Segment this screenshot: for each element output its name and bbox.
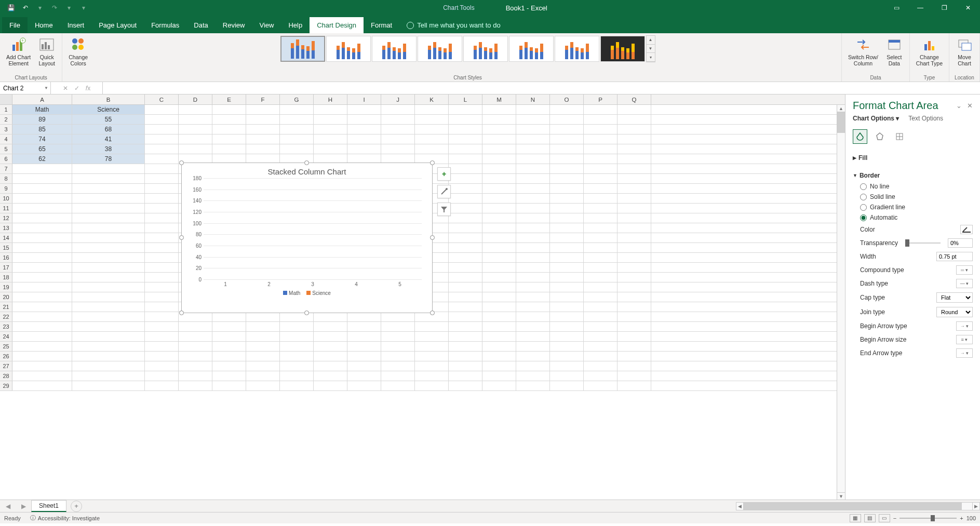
cell[interactable] — [617, 164, 651, 173]
cell[interactable] — [516, 332, 550, 341]
resize-handle[interactable] — [179, 160, 184, 165]
cell[interactable] — [72, 282, 145, 292]
column-header[interactable]: P — [584, 95, 617, 104]
row-header[interactable]: 27 — [0, 361, 12, 371]
cell[interactable] — [12, 253, 72, 262]
join-type-select[interactable]: Round — [936, 307, 973, 317]
scrollbar-thumb[interactable] — [837, 112, 845, 133]
cell[interactable] — [145, 194, 179, 203]
cell[interactable] — [12, 194, 72, 203]
cell[interactable] — [449, 371, 482, 381]
cell[interactable] — [314, 134, 347, 144]
scrollbar-thumb[interactable] — [744, 503, 962, 510]
color-picker[interactable] — [960, 225, 973, 234]
cell[interactable] — [617, 213, 651, 223]
cell[interactable] — [449, 263, 482, 272]
row-header[interactable]: 14 — [0, 233, 12, 242]
row-header[interactable]: 18 — [0, 273, 12, 282]
cell[interactable] — [347, 332, 381, 341]
cell[interactable] — [584, 154, 617, 164]
cell[interactable] — [145, 332, 179, 341]
cell[interactable] — [550, 154, 584, 164]
cell[interactable] — [381, 371, 415, 381]
cell[interactable] — [482, 332, 516, 341]
cell[interactable] — [584, 332, 617, 341]
cell[interactable] — [72, 184, 145, 193]
cell[interactable] — [314, 125, 347, 134]
cell[interactable] — [584, 194, 617, 203]
cell[interactable] — [212, 361, 246, 371]
column-header[interactable]: L — [449, 95, 482, 104]
cell[interactable] — [145, 233, 179, 242]
cell[interactable] — [12, 312, 72, 321]
cell[interactable] — [482, 273, 516, 282]
cell[interactable] — [617, 204, 651, 213]
cell[interactable] — [584, 144, 617, 154]
cell[interactable] — [584, 312, 617, 321]
column-header[interactable]: G — [280, 95, 314, 104]
cell[interactable] — [482, 125, 516, 134]
cell[interactable] — [617, 302, 651, 312]
cell[interactable] — [72, 361, 145, 371]
cell[interactable] — [584, 322, 617, 331]
begin-arrow-type-picker[interactable]: → ▾ — [956, 321, 973, 331]
cell[interactable] — [516, 253, 550, 262]
cell[interactable] — [12, 292, 72, 302]
cell[interactable] — [550, 361, 584, 371]
cell[interactable] — [246, 332, 280, 341]
cell[interactable] — [12, 352, 72, 361]
cell[interactable] — [516, 292, 550, 302]
cell[interactable] — [449, 184, 482, 193]
cell[interactable] — [516, 233, 550, 242]
column-header[interactable]: J — [381, 95, 415, 104]
cell[interactable]: 85 — [12, 125, 72, 134]
cell[interactable] — [482, 292, 516, 302]
pane-options-icon[interactable]: ⌄ — [956, 102, 962, 110]
cell[interactable] — [314, 361, 347, 371]
cell[interactable] — [145, 312, 179, 321]
cell[interactable] — [584, 381, 617, 390]
tell-me-search[interactable]: Tell me what you want to do — [399, 17, 507, 33]
sheet-tab[interactable]: Sheet1 — [31, 500, 66, 512]
cell[interactable] — [347, 105, 381, 114]
cell[interactable] — [550, 253, 584, 262]
cell[interactable] — [449, 312, 482, 321]
cell[interactable] — [550, 144, 584, 154]
cell[interactable] — [584, 263, 617, 272]
cell[interactable] — [179, 361, 212, 371]
cell[interactable] — [449, 352, 482, 361]
name-box-dropdown-icon[interactable]: ▼ — [44, 86, 48, 90]
cell[interactable] — [516, 352, 550, 361]
cell[interactable] — [449, 105, 482, 114]
cell[interactable] — [482, 243, 516, 252]
cell[interactable] — [246, 361, 280, 371]
cell[interactable] — [381, 332, 415, 341]
cell[interactable] — [415, 352, 449, 361]
switch-row-column-button[interactable]: Switch Row/ Column — [846, 35, 880, 68]
cell[interactable] — [617, 125, 651, 134]
cell[interactable] — [347, 381, 381, 390]
cell[interactable] — [584, 361, 617, 371]
cell[interactable] — [482, 144, 516, 154]
move-chart-button[interactable]: Move Chart — [954, 35, 975, 68]
change-chart-type-button[interactable]: Change Chart Type — [914, 35, 945, 68]
vertical-scrollbar[interactable]: ▲ ▼ — [837, 105, 845, 500]
cell[interactable] — [280, 381, 314, 390]
cell[interactable] — [449, 154, 482, 164]
cell[interactable] — [550, 194, 584, 203]
cell[interactable] — [482, 302, 516, 312]
cell[interactable] — [449, 253, 482, 262]
cell[interactable] — [246, 125, 280, 134]
cell[interactable] — [449, 115, 482, 124]
cell[interactable] — [415, 144, 449, 154]
cell[interactable] — [314, 342, 347, 351]
cell[interactable] — [415, 332, 449, 341]
cell[interactable] — [617, 332, 651, 341]
cell[interactable] — [550, 381, 584, 390]
column-header[interactable]: O — [550, 95, 584, 104]
column-header[interactable]: M — [482, 95, 516, 104]
cell[interactable] — [280, 105, 314, 114]
cell[interactable] — [550, 322, 584, 331]
cell[interactable] — [584, 184, 617, 193]
cell[interactable] — [550, 125, 584, 134]
